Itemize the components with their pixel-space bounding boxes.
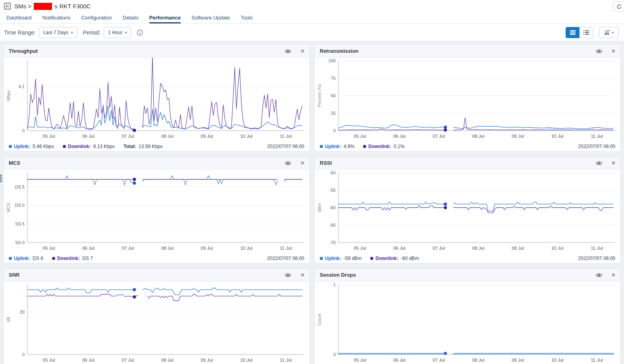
chart-canvas[interactable]: 04.1Mbps05 Jul06 Jul07 Jul08 Jul09 Jul10… <box>4 58 309 142</box>
svg-text:07 Jul: 07 Jul <box>122 134 134 139</box>
svg-text:06 Jul: 06 Jul <box>393 358 406 362</box>
svg-text:07 Jul: 07 Jul <box>122 246 134 250</box>
panels-grid: Throughput × 04.1Mbps05 Jul06 Jul07 Jul0… <box>0 41 624 364</box>
chart-legend: Uplink: -59 dBmDownlink: -60 dBm2022/07/… <box>315 254 620 263</box>
close-icon[interactable]: × <box>301 48 304 54</box>
svg-text:08 Jul: 08 Jul <box>472 246 485 250</box>
tab-details[interactable]: Details <box>123 12 139 23</box>
svg-text:0: 0 <box>22 352 25 357</box>
tab-notifications[interactable]: Notifications <box>43 12 71 23</box>
svg-text:-60: -60 <box>329 205 336 210</box>
panel-drag-handle[interactable] <box>0 175 3 182</box>
tab-software-update[interactable]: Software Update <box>191 12 230 23</box>
time-range-label: Time Range: <box>4 29 36 36</box>
close-icon[interactable]: × <box>612 160 615 166</box>
period-label: Period: <box>83 29 100 36</box>
chart-canvas[interactable]: 01Count05 Jul06 Jul07 Jul08 Jul09 Jul10 … <box>315 281 620 364</box>
svg-text:dB: dB <box>6 317 11 322</box>
legend-timestamp: 2022/07/07 06:00 <box>578 256 615 261</box>
legend-value: DS 6 <box>31 256 43 261</box>
visibility-eye-icon[interactable] <box>596 273 602 277</box>
legend-item[interactable]: Uplink: DS 6 <box>9 256 43 261</box>
svg-text:-65: -65 <box>329 223 336 227</box>
legend-dot-icon <box>370 257 373 260</box>
chart-title: Throughput <box>9 48 38 54</box>
svg-text:10 Jul: 10 Jul <box>240 358 253 362</box>
visibility-eye-icon[interactable] <box>285 49 291 54</box>
time-range-dropdown[interactable]: Last 7 Days ▾ <box>39 27 77 38</box>
legend-item[interactable]: Uplink: 5.46 Kbps <box>9 144 54 149</box>
chart-canvas[interactable]: 0255075100Percent (%)05 Jul06 Jul07 Jul0… <box>315 58 620 142</box>
svg-text:10 Jul: 10 Jul <box>551 134 564 139</box>
tab-dashboard[interactable]: Dashboard <box>6 12 32 23</box>
device-name: RKT F300C <box>59 3 91 10</box>
visibility-eye-icon[interactable] <box>285 273 291 277</box>
breadcrumb: SMs > s RKT F300C <box>14 3 91 10</box>
legend-label: Downlink: <box>68 144 91 149</box>
svg-text:08 Jul: 08 Jul <box>472 358 485 362</box>
redacted-device-name <box>34 3 52 10</box>
chevron-down-icon: ▾ <box>612 31 614 35</box>
svg-text:07 Jul: 07 Jul <box>122 358 134 362</box>
chart-panel-header: Retransmission × <box>315 45 620 58</box>
svg-text:09 Jul: 09 Jul <box>201 246 213 250</box>
tab-performance[interactable]: Performance <box>149 12 181 23</box>
svg-text:11 Jul: 11 Jul <box>280 246 292 250</box>
svg-text:07 Jul: 07 Jul <box>433 358 445 362</box>
info-icon[interactable] <box>137 29 143 36</box>
close-icon[interactable]: × <box>301 160 304 166</box>
legend-item[interactable]: Downlink: 8.13 Kbps <box>63 144 115 149</box>
tab-tools[interactable]: Tools <box>241 12 253 23</box>
svg-text:08 Jul: 08 Jul <box>161 134 174 139</box>
collapse-sidebar-icon[interactable] <box>4 3 11 10</box>
close-icon[interactable]: × <box>612 272 615 278</box>
svg-text:11 Jul: 11 Jul <box>591 246 603 250</box>
chart-canvas[interactable]: 020dB05 Jul06 Jul07 Jul08 Jul09 Jul10 Ju… <box>4 281 309 364</box>
legend-item[interactable]: Downlink: 0.1% <box>363 144 404 149</box>
chart-canvas[interactable]: SS 0SS 5DS 0DS 5MCS05 Jul06 Jul07 Jul08 … <box>4 169 309 254</box>
tab-configuration[interactable]: Configuration <box>81 12 112 23</box>
top-bar: SMs > s RKT F300C <box>0 0 624 12</box>
legend-item[interactable]: Uplink: -59 dBm <box>320 256 361 261</box>
svg-text:-50: -50 <box>329 170 336 175</box>
svg-text:SS 0: SS 0 <box>15 240 25 245</box>
breadcrumb-root[interactable]: SMs > <box>14 3 31 10</box>
detail-list-view-button[interactable] <box>580 27 593 38</box>
chart-options-dropdown[interactable]: ▾ <box>599 27 619 38</box>
bar-chart-icon <box>604 30 610 35</box>
refresh-button[interactable] <box>613 2 624 12</box>
legend-item[interactable]: Downlink: DS 7 <box>52 256 93 261</box>
svg-text:11 Jul: 11 Jul <box>280 134 292 139</box>
svg-text:25: 25 <box>331 111 336 116</box>
legend-timestamp: 2022/07/07 06:00 <box>267 256 304 261</box>
chart-canvas[interactable]: -50-55-60-65-70dBm05 Jul06 Jul07 Jul08 J… <box>315 169 620 254</box>
svg-text:10 Jul: 10 Jul <box>551 246 564 250</box>
chart-panel-header: SNR × <box>4 269 309 281</box>
svg-text:Percent (%): Percent (%) <box>317 84 322 107</box>
svg-text:09 Jul: 09 Jul <box>512 246 524 250</box>
time-range-value: Last 7 Days <box>43 30 68 35</box>
legend-item[interactable]: Downlink: -60 dBm <box>370 256 419 261</box>
close-icon[interactable]: × <box>612 48 615 54</box>
svg-text:05 Jul: 05 Jul <box>43 134 55 139</box>
close-icon[interactable]: × <box>301 272 304 278</box>
chart-panel: Retransmission × 0255075100Percent (%)05… <box>314 44 621 152</box>
legend-item[interactable]: Total: 13.59 Kbps <box>124 144 163 149</box>
chevron-down-icon: ▾ <box>71 31 73 35</box>
period-dropdown[interactable]: 1 Hour ▾ <box>104 27 131 38</box>
chart-panel: Session Drops × 01Count05 Jul06 Jul07 Ju… <box>314 268 621 364</box>
visibility-eye-icon[interactable] <box>285 161 291 166</box>
legend-label: Uplink: <box>325 256 341 261</box>
chart-panel: RSSI × -50-55-60-65-70dBm05 Jul06 Jul07 … <box>314 156 621 264</box>
visibility-eye-icon[interactable] <box>596 161 602 166</box>
legend-label: Uplink: <box>14 256 30 261</box>
svg-text:11 Jul: 11 Jul <box>591 358 603 362</box>
visibility-eye-icon[interactable] <box>596 49 602 54</box>
chart-panel: Throughput × 04.1Mbps05 Jul06 Jul07 Jul0… <box>3 44 310 152</box>
chevron-down-icon: ▾ <box>125 31 127 35</box>
svg-text:-55: -55 <box>329 188 336 193</box>
svg-text:08 Jul: 08 Jul <box>161 246 174 250</box>
legend-item[interactable]: Uplink: 4.9% <box>320 144 354 149</box>
legend-timestamp: 2022/07/07 06:00 <box>578 144 615 149</box>
list-view-button[interactable] <box>566 27 580 38</box>
